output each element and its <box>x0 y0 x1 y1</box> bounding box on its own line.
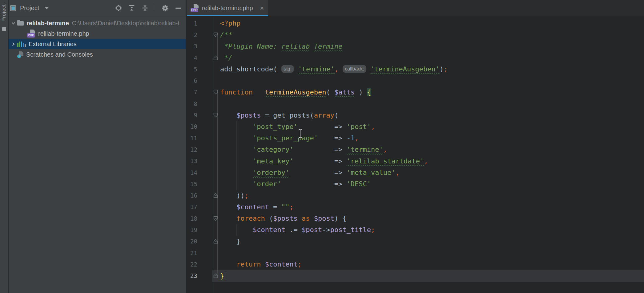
line-number-6[interactable]: 6 <box>186 77 197 84</box>
line-number-11[interactable]: 11 <box>186 135 197 142</box>
line-number-13[interactable]: 13 <box>186 158 197 164</box>
line-number-12[interactable]: 12 <box>186 146 197 153</box>
line-number-18[interactable]: 18 <box>186 215 197 222</box>
code-text[interactable]: 'order' => 'DESC' <box>220 180 644 188</box>
code-text[interactable]: $posts = get_posts(array( <box>220 111 644 119</box>
code-line-9[interactable]: 9 $posts = get_posts(array( <box>186 109 644 121</box>
fold-marker[interactable] <box>197 213 220 224</box>
code-line-15[interactable]: 15 'order' => 'DESC' <box>186 178 644 190</box>
code-line-1[interactable]: 1<?php <box>186 18 644 29</box>
line-number-3[interactable]: 3 <box>186 43 197 50</box>
code-text[interactable]: foreach ($posts as $post) { <box>220 215 644 222</box>
line-number-16[interactable]: 16 <box>186 192 197 199</box>
line-number-2[interactable]: 2 <box>186 31 197 38</box>
tree-item-external-libraries[interactable]: External Libraries <box>9 39 186 49</box>
fold-marker[interactable] <box>197 190 220 201</box>
code-text[interactable]: <?php <box>220 19 644 27</box>
line-number-17[interactable]: 17 <box>186 203 197 210</box>
code-line-19[interactable]: 19 $content .= $post->post_title; <box>186 224 644 235</box>
line-number-23[interactable]: 23 <box>186 272 197 279</box>
token-kw: foreach <box>236 215 265 222</box>
code-line-11[interactable]: 11 'posts_per_page' => -1, <box>186 132 644 144</box>
code-line-12[interactable]: 12 'category' => 'termine', <box>186 144 644 155</box>
code-line-16[interactable]: 16 )); <box>186 190 644 201</box>
code-text[interactable]: } <box>220 238 644 245</box>
code-line-7[interactable]: 7function termineAusgeben( $atts ) { <box>186 86 644 98</box>
code-line-14[interactable]: 14 'orderby' => 'meta_value', <box>186 167 644 178</box>
code-line-4[interactable]: 4 */ <box>186 52 644 63</box>
code-line-6[interactable]: 6 <box>186 75 644 86</box>
tab-relilab-termine-php[interactable]: PHP relilab-termine.php × <box>187 0 268 16</box>
code-line-20[interactable]: 20 } <box>186 236 644 247</box>
fold-marker[interactable] <box>197 29 220 40</box>
tab-close-icon[interactable]: × <box>260 5 264 11</box>
code-text[interactable]: function termineAusgeben( $atts ) { <box>220 88 644 96</box>
chevron-down-icon[interactable] <box>45 7 49 9</box>
line-number-14[interactable]: 14 <box>186 169 197 176</box>
fold-column <box>197 167 220 178</box>
stripe-tool-icon[interactable] <box>2 27 6 31</box>
stripe-project-button[interactable]: Project <box>1 4 7 22</box>
code-text[interactable]: return $content; <box>220 260 644 268</box>
line-number-4[interactable]: 4 <box>186 54 197 61</box>
locate-file-icon[interactable] <box>115 5 122 11</box>
code-line-21[interactable]: 21 <box>186 247 644 259</box>
tree-item-relilab-termine[interactable]: relilab-termineC:\Users\Daniel\Desktop\r… <box>9 18 186 28</box>
line-number-15[interactable]: 15 <box>186 181 197 187</box>
code-line-18[interactable]: 18 foreach ($posts as $post) { <box>186 213 644 224</box>
tree-item-relilab-termine-php[interactable]: PHPrelilab-termine.php <box>9 28 186 39</box>
hide-panel-icon[interactable] <box>175 5 181 11</box>
code-text[interactable]: /** <box>220 31 644 38</box>
line-number-8[interactable]: 8 <box>186 100 197 107</box>
expand-all-icon[interactable] <box>128 5 135 11</box>
code-line-2[interactable]: 2/** <box>186 29 644 40</box>
code-text[interactable]: 'category' => 'termine', <box>220 146 644 153</box>
code-text[interactable]: )); <box>220 192 644 199</box>
code-line-23[interactable]: 23} <box>186 270 644 282</box>
settings-gear-icon[interactable] <box>162 5 169 12</box>
code-line-3[interactable]: 3 *Plugin Name: relilab Termine <box>186 41 644 52</box>
fold-marker[interactable] <box>197 86 220 98</box>
project-panel-title[interactable]: Project <box>20 5 39 12</box>
code-text[interactable]: 'meta_key' => 'relilab_startdate', <box>220 157 644 165</box>
line-number-9[interactable]: 9 <box>186 112 197 118</box>
code-text[interactable]: *Plugin Name: relilab Termine <box>220 42 644 50</box>
code-line-5[interactable]: 5add_shortcode( tag: 'termine', callback… <box>186 63 644 75</box>
fold-marker[interactable] <box>197 270 220 282</box>
fold-marker[interactable] <box>197 236 220 247</box>
token-semi: , <box>383 146 387 153</box>
collapse-all-icon[interactable] <box>142 5 148 11</box>
code-text[interactable]: add_shortcode( tag: 'termine', callback:… <box>220 65 644 73</box>
line-number-1[interactable]: 1 <box>186 20 197 27</box>
code-line-22[interactable]: 22 return $content; <box>186 259 644 270</box>
code-text[interactable]: 'orderby' => 'meta_value', <box>220 169 644 176</box>
code-text[interactable]: } <box>220 272 644 280</box>
line-number-7[interactable]: 7 <box>186 89 197 95</box>
project-view-combo-icon[interactable] <box>10 5 16 11</box>
token-kw: return <box>236 260 261 268</box>
line-number-10[interactable]: 10 <box>186 123 197 130</box>
token-semi: ; <box>298 260 302 268</box>
code-line-8[interactable]: 8 <box>186 98 644 109</box>
token-pln <box>310 215 314 222</box>
line-number-19[interactable]: 19 <box>186 227 197 233</box>
fold-marker[interactable] <box>197 109 220 121</box>
code-text[interactable]: $content .= $post->post_title; <box>220 226 644 234</box>
tree-item-scratches-and-consoles[interactable]: Scratches and Consoles <box>9 49 186 60</box>
line-number-22[interactable]: 22 <box>186 261 197 268</box>
code-text[interactable]: */ <box>220 54 644 62</box>
code-text[interactable]: 'posts_per_page' => -1, <box>220 134 644 142</box>
chevron-expanded-icon[interactable] <box>9 21 17 26</box>
line-number-21[interactable]: 21 <box>186 250 197 256</box>
code-text[interactable]: $content = ""; <box>220 203 644 211</box>
token-var: $content <box>236 203 269 211</box>
code-text[interactable]: 'post_type' => 'post', <box>220 123 644 130</box>
code-area[interactable]: 1<?php2/**3 *Plugin Name: relilab Termin… <box>186 16 644 293</box>
chevron-collapsed-icon[interactable] <box>9 42 17 46</box>
code-line-13[interactable]: 13 'meta_key' => 'relilab_startdate', <box>186 155 644 167</box>
fold-marker[interactable] <box>197 52 220 63</box>
line-number-20[interactable]: 20 <box>186 238 197 245</box>
line-number-5[interactable]: 5 <box>186 66 197 73</box>
code-line-10[interactable]: 10 'post_type' => 'post', <box>186 121 644 132</box>
code-line-17[interactable]: 17 $content = ""; <box>186 201 644 213</box>
